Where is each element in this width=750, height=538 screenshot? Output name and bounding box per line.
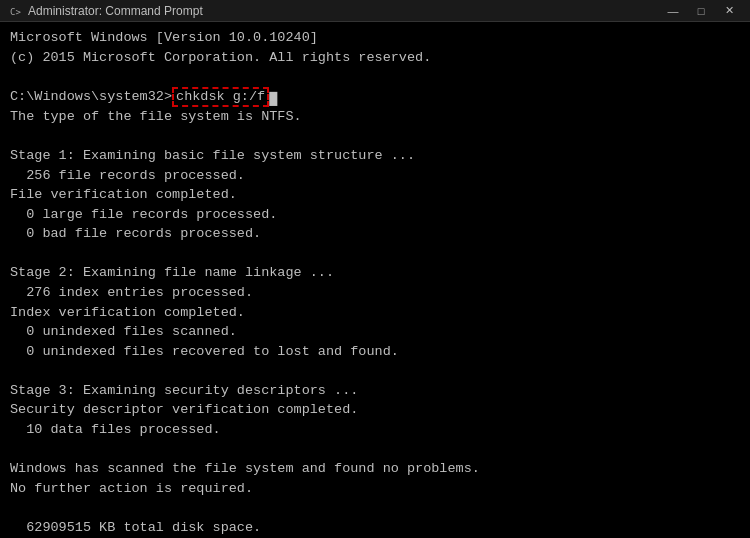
- command-highlight: chkdsk g:/f: [172, 87, 269, 107]
- command-line: C:\Windows\system32> chkdsk g:/f █: [10, 87, 740, 107]
- line-18: Stage 3: Examining security descriptors …: [10, 381, 740, 401]
- line-24: [10, 498, 740, 518]
- line-2: (c) 2015 Microsoft Corporation. All righ…: [10, 48, 740, 68]
- line-4: The type of the file system is NTFS.: [10, 107, 740, 127]
- line-8: File verification completed.: [10, 185, 740, 205]
- close-button[interactable]: ✕: [716, 2, 742, 20]
- cmd-icon: C>: [8, 4, 22, 18]
- line-25: 62909515 KB total disk space.: [10, 518, 740, 538]
- cursor-icon: █: [269, 90, 277, 104]
- terminal-body: Microsoft Windows [Version 10.0.10240] (…: [0, 22, 750, 538]
- line-12: Stage 2: Examining file name linkage ...: [10, 263, 740, 283]
- line-13: 276 index entries processed.: [10, 283, 740, 303]
- line-10: 0 bad file records processed.: [10, 224, 740, 244]
- line-11: [10, 244, 740, 264]
- line-15: 0 unindexed files scanned.: [10, 322, 740, 342]
- line-3: [10, 67, 740, 87]
- prompt: C:\Windows\system32>: [10, 87, 172, 107]
- minimize-button[interactable]: —: [660, 2, 686, 20]
- line-6: Stage 1: Examining basic file system str…: [10, 146, 740, 166]
- line-5: [10, 126, 740, 146]
- title-bar: C> Administrator: Command Prompt — □ ✕: [0, 0, 750, 22]
- line-7: 256 file records processed.: [10, 166, 740, 186]
- svg-text:C>: C>: [10, 7, 21, 17]
- line-22: Windows has scanned the file system and …: [10, 459, 740, 479]
- window-title: Administrator: Command Prompt: [28, 4, 203, 18]
- title-bar-left: C> Administrator: Command Prompt: [8, 4, 203, 18]
- line-19: Security descriptor verification complet…: [10, 400, 740, 420]
- line-9: 0 large file records processed.: [10, 205, 740, 225]
- command-text: chkdsk g:/f: [176, 89, 265, 104]
- title-bar-controls: — □ ✕: [660, 2, 742, 20]
- line-16: 0 unindexed files recovered to lost and …: [10, 342, 740, 362]
- line-20: 10 data files processed.: [10, 420, 740, 440]
- line-21: [10, 439, 740, 459]
- line-14: Index verification completed.: [10, 303, 740, 323]
- line-1: Microsoft Windows [Version 10.0.10240]: [10, 28, 740, 48]
- line-23: No further action is required.: [10, 479, 740, 499]
- maximize-button[interactable]: □: [688, 2, 714, 20]
- line-17: [10, 361, 740, 381]
